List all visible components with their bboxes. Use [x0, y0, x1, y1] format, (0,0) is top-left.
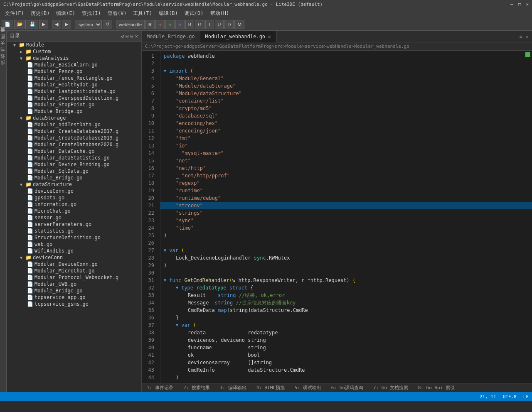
line-number-33: 33 [142, 292, 157, 299]
tree-item-file-serverparams[interactable]: 📄 serverParameters.go [7, 221, 141, 228]
bottom-tab-build[interactable]: 3: 编译输出 [218, 384, 248, 392]
tree-item-file-module-bridge-dc[interactable]: 📄 Module_Bridge.go [7, 287, 141, 294]
tab-close-all-icon[interactable]: ✕ [526, 34, 529, 39]
sidebar-close-icon[interactable]: ✕ [135, 33, 138, 39]
build-clean-btn[interactable]: R [165, 20, 175, 29]
sidebar-expand-icon[interactable]: ⊞ [126, 33, 128, 39]
tree-item-file-modular-fence[interactable]: 📄 Modular_Fence.go [7, 68, 141, 75]
tree-item-file-information[interactable]: 📄 information.go [7, 201, 141, 208]
bottom-tab-debug[interactable]: 5: 调试输出 [293, 384, 323, 392]
tree-item-file-modular-healthy[interactable]: 📄 Modular_Healthydat.go [7, 81, 141, 88]
tree-item-file-module-bridge-da[interactable]: 📄 Module_Bridge.go [7, 108, 141, 115]
tree-item-file-tcpservice-gsms[interactable]: 📄 tcpservice_gsms.go [7, 301, 141, 307]
save-btn[interactable]: 💾 [27, 20, 38, 29]
tree-item-file-tcpservice-app[interactable]: 📄 tcpservice_app.go [7, 294, 141, 301]
menu-find[interactable]: 查找(I) [79, 10, 104, 17]
close-btn[interactable]: ✕ [526, 2, 529, 7]
menu-help[interactable]: 帮助(H) [207, 10, 233, 17]
api-btn[interactable]: M [234, 20, 244, 29]
back-btn[interactable]: ◀ [52, 20, 61, 29]
tree-item-file-statistics[interactable]: 📄 statistics.go [7, 228, 141, 234]
tree-item-file-modular-fence-rect[interactable]: 📄 Modular_fence_Rectangle.go [7, 75, 141, 81]
system-select[interactable]: system [75, 20, 102, 29]
tree-item-file-structuredef[interactable]: 📄 StructureDefinition.go [7, 234, 141, 241]
bottom-tab-goapi[interactable]: 8: Go Api 索引 [416, 384, 456, 392]
left-tab-outline[interactable]: 大 [0, 46, 7, 52]
tree-item-file-modular-protocol-websocket[interactable]: 📄 Modular_Protocol_Websocket.g [7, 274, 141, 281]
arrow-module: ▼ [13, 43, 18, 47]
tree-item-file-modular-deviceconn[interactable]: 📄 Modular_DeviceConn.go [7, 261, 141, 267]
tree-item-file-createdb2020[interactable]: 📄 Modular_CreateDatabase2020.g [7, 141, 141, 148]
code-content[interactable]: package webHandle ▼ import ( "Module/Gen… [160, 51, 532, 383]
menu-file[interactable]: 文件(F) [2, 10, 27, 17]
tree-item-deviceconn-folder[interactable]: ▼ 📁 deviceConn [7, 254, 141, 261]
tree-item-dataanalysis[interactable]: ▼ 📁 dataAnalysis [7, 55, 141, 61]
webhandle-btn[interactable]: webHandle [116, 20, 145, 29]
sidebar-refresh-icon[interactable]: ↺ [121, 33, 124, 39]
file-icon: 📄 [27, 248, 33, 254]
tree-item-file-sensor[interactable]: 📄 sensor.go [7, 214, 141, 221]
tree-item-file-web[interactable]: 📄 web.go [7, 241, 141, 248]
open-btn[interactable]: 📂 [14, 20, 26, 29]
tree-item-file-createdb2019[interactable]: 📄 Modular_CreateDatabase2019.g [7, 135, 141, 141]
tab-modular-webhandle[interactable]: Modular_webhandle.go ✕ [200, 31, 277, 42]
bottom-tab-html[interactable]: 4: HTML预览 [255, 384, 286, 392]
tree-item-file-addtestdata[interactable]: 📄 Modular_addTestData.go [7, 121, 141, 128]
tree-item-file-modular-microchat[interactable]: 📄 Modular_MicroChat.go [7, 267, 141, 274]
sidebar-collapse-icon[interactable]: ⊟ [131, 33, 133, 39]
tree-item-file-module-bridge-ds[interactable]: 📄 Module_Bridge.go [7, 174, 141, 181]
tree-item-datastorage[interactable]: ▼ 📁 dataStorage [7, 115, 141, 121]
code-line-24: "time" [160, 224, 532, 232]
minimize-btn[interactable]: ─ [510, 2, 513, 7]
build-btn[interactable]: R [155, 20, 165, 29]
bottom-tab-events[interactable]: 1: 事件记录 [145, 384, 175, 392]
left-tab-filesystem[interactable]: 文件系统 [0, 32, 7, 39]
tab-menu-icon[interactable]: ≡ [520, 34, 522, 39]
tree-item-file-modular-uwb[interactable]: 📄 Modular_UWB.go [7, 281, 141, 287]
go-btn[interactable]: G [195, 20, 204, 29]
tree-item-file-microchat[interactable]: 📄 MicroChat.go [7, 208, 141, 214]
code-line-7: "container/list" [160, 97, 532, 105]
refresh-btn[interactable]: ↺ [103, 20, 112, 29]
build-run-btn[interactable]: R [145, 20, 155, 29]
left-tab-search[interactable]: 搜 [0, 66, 7, 72]
doc-btn[interactable]: D [224, 20, 234, 29]
tree-item-module[interactable]: ▼ 📁 Module [7, 42, 141, 48]
tree-item-file-modular-overspeed[interactable]: 📄 Modular_OverspeedDetection.g [7, 95, 141, 101]
bottom-tab-gosrc[interactable]: 6: Go源码查询 [330, 384, 365, 392]
left-tab-classes[interactable]: 图 [0, 39, 7, 46]
bottom-tab-search[interactable]: 2: 搜索结果 [182, 384, 212, 392]
bottom-tab-godoc[interactable]: 7: Go 文档搜索 [372, 384, 410, 392]
tree-item-file-createdb2017[interactable]: 📄 Modular_CreateDatabase2017.g [7, 128, 141, 135]
tree-item-file-gpsdata[interactable]: 📄 gpsdata.go [7, 194, 141, 201]
tree-item-file-modular-lastpos[interactable]: 📄 Modular_Lastpositiondata.go [7, 88, 141, 95]
tree-item-custom[interactable]: ▶ 📁 Custom [7, 48, 141, 55]
tab-module-bridge[interactable]: Module_Bridge.go [142, 31, 200, 42]
tree-item-datastructure[interactable]: ▼ 📁 dataStructure [7, 181, 141, 188]
test-btn[interactable]: T [205, 20, 214, 29]
build-install-btn[interactable]: R [175, 20, 185, 29]
new-btn[interactable]: 📄 [2, 20, 13, 29]
tree-item-file-modular-stoppoint[interactable]: 📄 Modular_StopPoint.go [7, 101, 141, 108]
tree-item-file-device-binding[interactable]: 📄 Modular_Device_Binding.go [7, 161, 141, 168]
left-tab-bookmarks[interactable]: 书 [0, 52, 7, 59]
menu-debug[interactable]: 调试(D) [181, 10, 207, 17]
left-tab-pkgs[interactable]: 包 [0, 59, 7, 66]
menu-history[interactable]: 历史(B) [27, 10, 53, 17]
tree-item-file-sqldata[interactable]: 📄 Modular_SqlData.go [7, 168, 141, 174]
menu-edit[interactable]: 编辑(E) [53, 10, 79, 17]
maximize-btn[interactable]: □ [518, 2, 521, 7]
tree-item-file-datacache[interactable]: 📄 Modular_DataCache.go [7, 148, 141, 154]
tree-item-file-deviceconn[interactable]: 📄 deviceConn.go [7, 188, 141, 194]
menu-view[interactable]: 查看(V) [104, 10, 130, 17]
tree-item-file-wifiandlbs[interactable]: 📄 WifiAndLbs.go [7, 248, 141, 254]
run-btn[interactable]: ▶ [39, 20, 48, 29]
vet-btn[interactable]: U [215, 20, 224, 29]
tab-close-webhandle[interactable]: ✕ [268, 33, 271, 40]
dbg-btn[interactable]: B [185, 20, 194, 29]
menu-tools[interactable]: 工具(T) [130, 10, 155, 17]
tree-item-file-modular-basicalarm[interactable]: 📄 Modular_BasicAlarm.go [7, 61, 141, 68]
tree-item-file-datastatistics[interactable]: 📄 Modular_dataStatistics.go [7, 154, 141, 161]
menu-build[interactable]: 编译(B) [155, 10, 181, 17]
forward-btn[interactable]: ▶ [62, 20, 71, 29]
